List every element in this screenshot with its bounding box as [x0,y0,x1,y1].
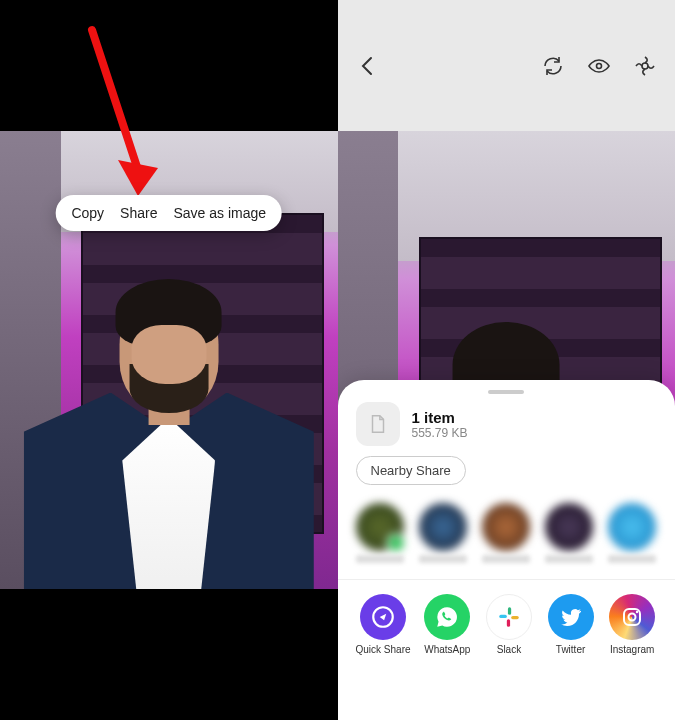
contact-suggestion[interactable] [419,503,468,563]
app-whatsapp[interactable]: WhatsApp [423,594,473,655]
svg-rect-5 [508,607,511,615]
file-icon [367,413,389,435]
screenshot-right: 1 item 555.79 KB Nearby Share Quick Sh [338,0,676,720]
contact-suggestion[interactable] [482,503,531,563]
svg-point-11 [636,611,638,613]
viewer-header [338,0,676,131]
twitter-icon [548,594,594,640]
svg-rect-7 [507,619,510,627]
nearby-share-chip[interactable]: Nearby Share [356,456,466,485]
back-icon[interactable] [356,54,380,78]
contacts-row [356,503,658,573]
file-thumb [356,402,400,446]
copy-option[interactable]: Copy [71,205,104,221]
app-label: WhatsApp [424,644,470,655]
app-label: Slack [497,644,521,655]
app-label: Quick Share [356,644,411,655]
eye-icon[interactable] [587,54,611,78]
contact-suggestion[interactable] [356,503,405,563]
apps-row: Quick Share WhatsApp [356,594,658,655]
app-twitter[interactable]: Twitter [546,594,596,655]
divider [338,579,676,580]
context-menu: Copy Share Save as image [55,195,282,231]
bixby-vision-icon[interactable] [633,54,657,78]
sheet-handle[interactable] [488,390,524,394]
app-slack[interactable]: Slack [484,594,534,655]
share-option[interactable]: Share [120,205,157,221]
slack-icon [486,594,532,640]
whatsapp-icon [424,594,470,640]
contact-suggestion[interactable] [608,503,657,563]
sheet-size: 555.79 KB [412,426,468,440]
remaster-icon[interactable] [541,54,565,78]
app-label: Instagram [610,644,654,655]
contact-suggestion[interactable] [545,503,594,563]
save-as-image-option[interactable]: Save as image [173,205,266,221]
screenshot-left: Copy Share Save as image [0,0,338,720]
quick-share-icon [360,594,406,640]
app-label: Twitter [556,644,585,655]
app-instagram[interactable]: Instagram [607,594,657,655]
svg-point-3 [642,63,648,69]
svg-rect-8 [499,615,507,618]
instagram-icon [609,594,655,640]
sheet-title: 1 item [412,409,468,426]
svg-point-10 [629,614,636,621]
share-sheet: 1 item 555.79 KB Nearby Share Quick Sh [338,380,676,720]
app-quick-share[interactable]: Quick Share [356,594,411,655]
svg-rect-6 [511,616,519,619]
svg-point-2 [597,63,602,68]
